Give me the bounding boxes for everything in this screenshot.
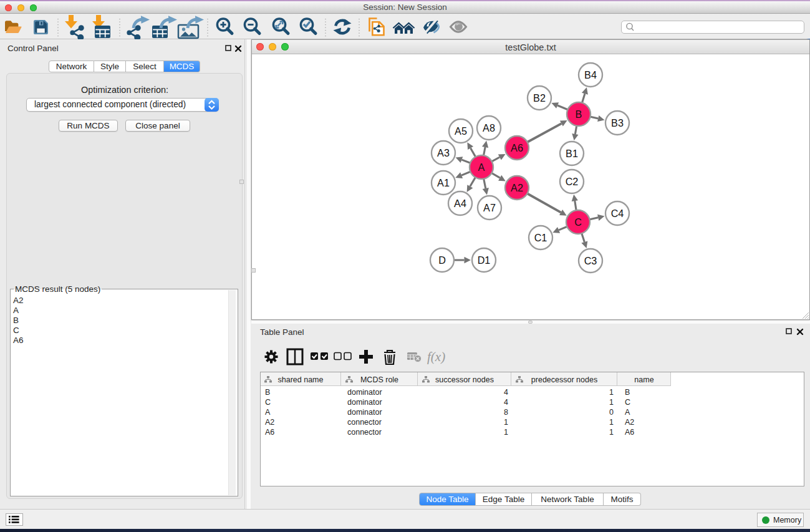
svg-text:A4: A4 — [454, 198, 466, 209]
svg-text:A1: A1 — [437, 177, 450, 188]
svg-text:A8: A8 — [483, 122, 495, 133]
svg-text:C4: C4 — [611, 208, 624, 219]
svg-text:B4: B4 — [584, 69, 597, 80]
svg-text:B1: B1 — [566, 148, 578, 159]
svg-text:A2: A2 — [511, 182, 523, 193]
svg-text:C1: C1 — [534, 232, 547, 243]
svg-text:A5: A5 — [455, 125, 467, 137]
svg-text:A6: A6 — [511, 142, 523, 153]
svg-text:C: C — [574, 216, 582, 228]
svg-text:C3: C3 — [584, 255, 597, 266]
svg-text:D1: D1 — [478, 254, 491, 266]
svg-text:C2: C2 — [566, 176, 579, 187]
svg-text:A7: A7 — [483, 202, 496, 213]
svg-text:B3: B3 — [611, 117, 624, 128]
svg-text:B2: B2 — [533, 92, 546, 104]
svg-text:A: A — [478, 162, 485, 173]
svg-text:f(x): f(x) — [427, 349, 445, 364]
svg-text:B: B — [576, 109, 582, 120]
svg-text:A3: A3 — [437, 147, 450, 158]
svg-text:D: D — [438, 254, 446, 266]
